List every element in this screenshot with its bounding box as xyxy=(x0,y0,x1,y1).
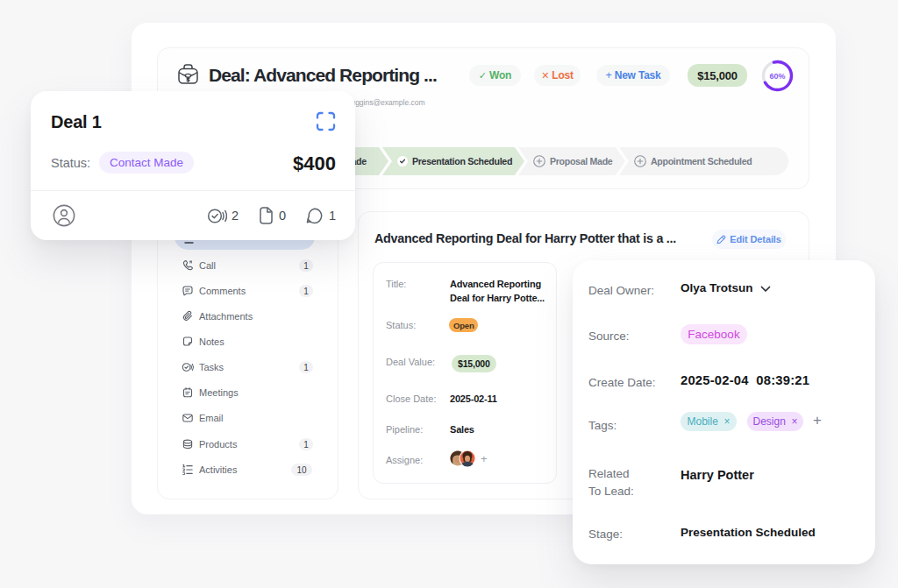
svg-text:60%: 60% xyxy=(769,72,785,81)
